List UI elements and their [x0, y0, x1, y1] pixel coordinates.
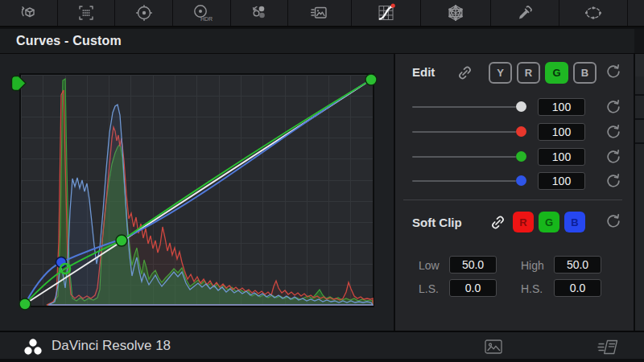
adjacent-panel-edge [635, 54, 644, 331]
red-value-field[interactable]: 100 [538, 123, 585, 141]
soft-clip-button-g[interactable]: G [539, 212, 559, 232]
green-curve-point-mid[interactable] [116, 235, 127, 246]
edit-label: Edit [412, 65, 435, 79]
luma-value-field[interactable]: 100 [538, 98, 585, 116]
channel-button-r[interactable]: R [517, 62, 540, 84]
color-match-icon[interactable] [231, 0, 288, 26]
hdr-label: HDR [200, 16, 213, 22]
channel-button-b[interactable]: B [573, 62, 597, 84]
gallery-icon[interactable] [485, 339, 503, 355]
high-value-field[interactable]: 50.0 [554, 256, 601, 274]
soft-clip-link-icon[interactable] [489, 214, 506, 231]
high-soft-label: H.S. [521, 282, 543, 295]
davinci-resolve-window: HDR [0, 0, 644, 362]
red-slider-track[interactable] [412, 131, 516, 133]
davinci-resolve-logo [23, 338, 43, 356]
quick-export-icon[interactable] [597, 339, 620, 355]
soft-clip-b-label: B [571, 216, 578, 228]
low-label: Low [419, 259, 440, 272]
green-curve-point-low[interactable] [19, 298, 31, 310]
hdr-wheels-icon[interactable]: HDR [173, 0, 231, 26]
high-label: High [521, 259, 544, 272]
soft-clip-r-label: R [519, 216, 526, 228]
green-reset-button[interactable] [605, 148, 622, 166]
green-value-field[interactable]: 100 [538, 148, 585, 166]
notification-dot [390, 3, 394, 7]
power-window-icon[interactable] [559, 0, 628, 26]
color-palette-toolbar: HDR [0, 0, 644, 27]
curves-icon[interactable] [352, 0, 421, 26]
camera-raw-icon[interactable] [0, 0, 58, 26]
palette-header: Curves - Custom [0, 29, 634, 54]
soft-clip-reset-button[interactable] [605, 212, 622, 230]
channel-button-y[interactable]: Y [489, 62, 512, 84]
soft-clip-button-b[interactable]: B [564, 212, 585, 232]
red-slider-knob[interactable] [516, 126, 526, 137]
section-divider [403, 200, 622, 200]
red-reset-button[interactable] [605, 123, 622, 141]
gang-link-icon[interactable] [456, 64, 473, 81]
channel-r-label: R [525, 67, 532, 79]
blue-reset-button[interactable] [605, 172, 622, 190]
header-cap [634, 29, 644, 54]
soft-clip-button-r[interactable]: R [513, 212, 534, 232]
blue-slider-track[interactable] [412, 180, 516, 182]
status-bar: DaVinci Resolve 18 [0, 331, 644, 359]
luma-reset-button[interactable] [605, 98, 622, 116]
edit-reset-button[interactable] [605, 63, 622, 80]
curve-editor-svg[interactable] [0, 54, 394, 331]
low-soft-value-field[interactable]: 0.0 [449, 279, 497, 297]
soft-clip-label: Soft Clip [412, 216, 462, 229]
blue-slider-knob[interactable] [516, 175, 526, 186]
window-bottom-edge [0, 359, 644, 362]
luma-slider-knob[interactable] [516, 101, 526, 112]
blue-value-field[interactable]: 100 [538, 172, 585, 190]
curve-controls-panel: Edit Y R G B 100 100 100 [395, 54, 634, 331]
curve-graph-panel[interactable] [0, 54, 394, 331]
qualifier-icon[interactable] [491, 0, 559, 26]
low-value-field[interactable]: 50.0 [449, 256, 497, 274]
green-slider-knob[interactable] [516, 151, 526, 162]
low-soft-label: L.S. [419, 282, 439, 295]
color-wheels-icon[interactable] [115, 0, 173, 26]
channel-y-label: Y [497, 67, 504, 79]
app-name: DaVinci Resolve 18 [52, 338, 171, 354]
green-curve-point-high[interactable] [365, 74, 377, 85]
luma-slider-track[interactable] [412, 106, 516, 108]
histogram-blue [48, 105, 373, 305]
channel-g-label: G [552, 67, 560, 79]
soft-clip-g-label: G [545, 216, 553, 228]
color-warper-icon[interactable] [421, 0, 491, 26]
channel-b-label: B [581, 67, 588, 79]
channel-button-g[interactable]: G [545, 62, 568, 84]
sizing-icon[interactable] [58, 0, 115, 26]
green-clip-handle[interactable] [12, 76, 27, 91]
high-soft-value-field[interactable]: 0.0 [554, 279, 601, 297]
green-slider-track[interactable] [412, 156, 516, 158]
stills-icon[interactable] [288, 0, 352, 26]
palette-title: Curves - Custom [16, 34, 122, 48]
